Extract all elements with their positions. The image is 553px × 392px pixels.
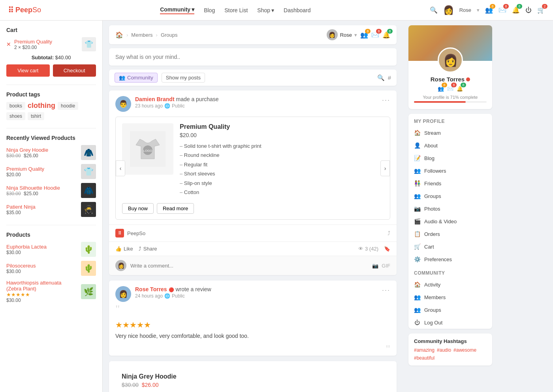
nav-shop[interactable]: Shop ▾ — [257, 7, 274, 13]
product-title: Ninja Grey Hoodie — [122, 373, 177, 380]
post-action: made a purchase — [176, 96, 218, 102]
post-input[interactable] — [115, 54, 390, 60]
comment-input[interactable] — [130, 263, 368, 269]
menu-friends[interactable]: 👫 Friends — [408, 177, 492, 190]
profile-avatar[interactable]: 👩 — [438, 47, 463, 73]
product-name[interactable]: Euphorbia Lactea — [6, 244, 78, 250]
cart-item-name[interactable]: Premium Quality — [14, 39, 79, 45]
nav-members[interactable]: Members — [131, 32, 152, 38]
comment-icons: 📷 GIF — [372, 263, 390, 269]
cart-remove-icon[interactable]: ✕ — [6, 41, 11, 47]
hashtag[interactable]: #audio — [437, 347, 451, 353]
power-icon[interactable]: ⏻ — [525, 7, 532, 14]
product-thumbnail: 👕 — [81, 164, 96, 179]
share-button[interactable]: ⤴ Share — [139, 246, 157, 252]
nav-blog[interactable]: Blog — [204, 7, 215, 13]
product-info: Premium Quality $20.00 Solid tone t-shir… — [180, 123, 384, 197]
progress-fill — [414, 101, 466, 103]
view-cart-button[interactable]: View cart — [6, 64, 50, 77]
tag-shoes[interactable]: shoes — [6, 112, 25, 120]
share-icon[interactable]: ⤴ — [387, 230, 390, 236]
like-button[interactable]: 👍 Like — [115, 246, 133, 252]
post-author-name[interactable]: Rose Torres — [135, 286, 167, 292]
nav-groups[interactable]: Groups — [161, 32, 178, 38]
cart-nav-icon[interactable]: 🛒 2 — [537, 6, 545, 14]
product-image: LOGO — [122, 123, 173, 175]
menu-community-groups[interactable]: 👥 Groups — [408, 303, 492, 316]
product-name[interactable]: Patient Ninja — [6, 204, 78, 210]
menu-photos[interactable]: 📷 Photos — [408, 202, 492, 215]
hashtag[interactable]: #awesome — [453, 347, 476, 353]
show-my-posts-btn[interactable]: Show my posts — [162, 73, 205, 83]
profile-messages-icon[interactable]: ✉️ 8 — [447, 86, 453, 92]
menu-about[interactable]: 👤 About — [408, 139, 492, 152]
product-name[interactable]: Haworthiopsis attenuata (Zebra Plant) — [6, 280, 78, 292]
community-filter-btn[interactable]: 👥 Community — [115, 73, 158, 83]
product-name[interactable]: Ninja Grey Hoodie — [6, 147, 78, 153]
product-price: $20.00 — [6, 172, 78, 177]
menu-logout[interactable]: ⏻ Log Out — [408, 316, 492, 329]
community-section-title: Community — [408, 266, 492, 278]
right-sidebar: 👩 Rose Torres 👥 8 ✉️ 8 — [403, 21, 498, 392]
buy-now-button[interactable]: Buy now — [122, 203, 154, 214]
user-name-nav[interactable]: Rose — [459, 7, 471, 13]
dropdown-arrow-icon: ▾ — [271, 7, 274, 13]
product-name[interactable]: Pilosocereus — [6, 263, 78, 269]
hashtag-icon[interactable]: # — [388, 74, 391, 81]
tag-hoodie[interactable]: hoodie — [58, 102, 78, 110]
menu-preferences[interactable]: ⚙️ Preferences — [408, 253, 492, 266]
tag-books[interactable]: books — [6, 102, 25, 110]
bookmark-icon[interactable]: 🔖 — [384, 246, 390, 252]
checkout-button[interactable]: Checkout — [53, 64, 96, 77]
sub-nav-friends-icon[interactable]: 👥 8 — [360, 31, 368, 39]
read-more-button[interactable]: Read more — [157, 203, 194, 214]
profile-notifications-icon[interactable]: 🔔 8 — [457, 86, 463, 92]
user-avatar-nav[interactable]: 👩 — [443, 5, 454, 15]
embed-next-arrow[interactable]: › — [380, 160, 390, 176]
cart-item-info: Premium Quality 2 × $20.00 — [14, 39, 79, 50]
menu-followers[interactable]: 👥 Followers — [408, 164, 492, 177]
menu-orders[interactable]: 📋 Orders — [408, 228, 492, 240]
menu-blog[interactable]: 📝 Blog — [408, 152, 492, 164]
home-icon[interactable]: 🏠 — [115, 31, 123, 39]
logo[interactable]: ⠿ PeepSo — [8, 6, 41, 15]
menu-stream[interactable]: 🏠 Stream — [408, 126, 492, 139]
menu-audio-video[interactable]: 🎬 Audio & Video — [408, 215, 492, 228]
menu-members[interactable]: 👥 Members — [408, 291, 492, 303]
sub-nav-notifications-icon[interactable]: 🔔 8 — [382, 31, 390, 39]
groups-icon: 👥 — [414, 307, 420, 313]
menu-activity[interactable]: 🏠 Activity — [408, 278, 492, 291]
nav-dashboard[interactable]: Dashboard — [284, 7, 311, 13]
gif-icon[interactable]: GIF — [382, 263, 390, 269]
groups-icon: 👥 — [414, 193, 420, 199]
sub-nav-messages-icon[interactable]: ✉️ 8 — [371, 31, 379, 39]
post-more-icon[interactable]: ··· — [382, 286, 390, 294]
hashtag[interactable]: #amazing — [414, 347, 434, 353]
product-feature: Slip-on style — [180, 179, 384, 188]
messages-icon[interactable]: ✉️ 8 — [498, 6, 506, 14]
menu-groups[interactable]: 👥 Groups — [408, 190, 492, 202]
tag-clothing[interactable]: clothing — [28, 102, 55, 110]
post-more-icon[interactable]: ··· — [382, 96, 390, 104]
profile-progress: Your profile is 71% complete — [414, 95, 487, 103]
search-icon[interactable]: 🔍 — [430, 6, 438, 14]
camera-icon[interactable]: 📷 — [372, 263, 378, 269]
cart-item-qty: 2 × $20.00 — [14, 45, 79, 50]
menu-cart[interactable]: 🛒 Cart — [408, 240, 492, 253]
svg-text:LOGO: LOGO — [143, 149, 152, 153]
product-name[interactable]: Premium Quality — [6, 166, 78, 172]
product-name[interactable]: Ninja Silhouette Hoodie — [6, 185, 78, 191]
nav-store-list[interactable]: Store List — [224, 7, 248, 13]
search-feed-icon[interactable]: 🔍 — [377, 74, 385, 81]
nav-community[interactable]: Community ▾ — [160, 6, 194, 14]
hashtag[interactable]: #beautiful — [414, 355, 434, 361]
embed-prev-arrow[interactable]: ‹ — [116, 160, 125, 176]
tag-tshirt[interactable]: tshirt — [28, 112, 44, 120]
friends-icon[interactable]: 👥 8 — [485, 6, 493, 14]
comment-bar: 👩 📷 GIF — [109, 256, 397, 275]
post-author-name[interactable]: Damien Brandt — [135, 96, 175, 102]
notifications-icon[interactable]: 🔔 8 — [512, 6, 520, 14]
gear-icon: ⚙️ — [414, 256, 420, 262]
profile-friends-icon[interactable]: 👥 8 — [438, 86, 444, 92]
product-feature: Cotton — [180, 188, 384, 197]
